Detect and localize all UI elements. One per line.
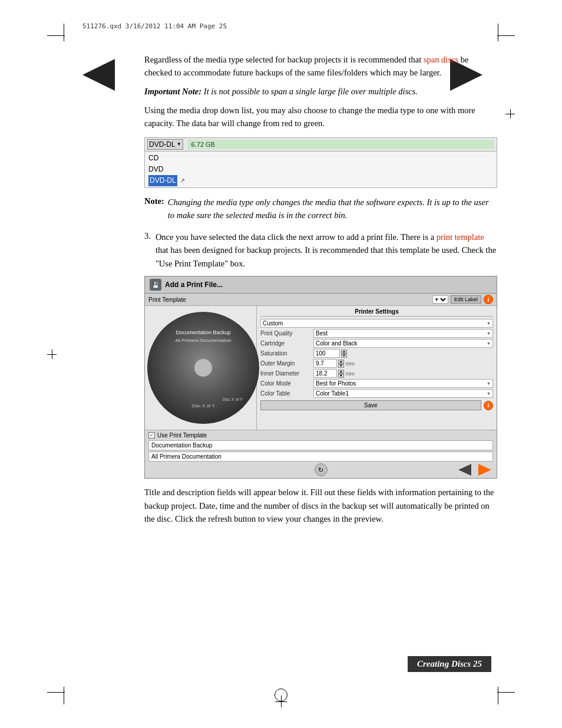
media-bar-label: 6.72 GB — [191, 141, 215, 148]
forward-arrow-small[interactable] — [477, 463, 493, 476]
help-button[interactable]: i — [484, 295, 493, 304]
registration-circle — [275, 689, 287, 701]
toolbar-label: Print Template — [148, 297, 186, 303]
disc-num-small: Disc X of Y — [223, 397, 243, 401]
intro-paragraph: Regardless of the media type selected fo… — [144, 53, 497, 80]
spin-up[interactable]: ▲ — [338, 370, 344, 374]
file-info: 511276.qxd 3/16/2012 11:04 AM Page 25 — [82, 22, 227, 30]
settings-row-outer-margin: Outer Margin 9.7 ▲ ▼ mm — [260, 359, 493, 368]
media-type-label: DVD-DL — [149, 140, 176, 149]
numbered-item-3: 3. Once you have selected the data click… — [144, 230, 497, 270]
quality-value: Best — [316, 330, 328, 337]
spin-up[interactable]: ▲ — [338, 360, 344, 364]
cartridge-label: Cartridge — [260, 340, 313, 347]
use-template-checkbox[interactable]: ✓ — [148, 432, 155, 439]
quality-select[interactable]: Best ▼ — [313, 329, 493, 338]
description-field[interactable]: All Primera Documentation — [148, 452, 493, 462]
media-dropdown-box: DVD-DL ▼ 6.72 GB CD DVD DVD-DL ↗ — [144, 137, 497, 189]
dialog-icon: 💾 — [150, 279, 161, 291]
arrow-right-small-icon — [478, 464, 491, 476]
info-button[interactable]: i — [484, 401, 493, 410]
crop-mark — [497, 35, 515, 36]
media-option-cd[interactable]: CD — [148, 153, 493, 164]
settings-row-color-mode: Color Mode Best for Photos ▼ — [260, 379, 493, 388]
outer-margin-spinner[interactable]: ▲ ▼ — [338, 360, 344, 368]
selected-option: DVD-DL — [148, 175, 177, 186]
color-table-label: Color Table — [260, 390, 313, 397]
spin-down[interactable]: ▼ — [341, 354, 347, 358]
dialog-body: Documentation Backup All Primera Documen… — [145, 306, 497, 430]
saturation-label: Saturation — [260, 350, 313, 357]
inner-diameter-spinner[interactable]: ▲ ▼ — [338, 370, 344, 378]
disc-subtitle-text: All Primera Documentation — [175, 338, 231, 343]
crop-mark — [498, 24, 498, 41]
color-mode-select[interactable]: Best for Photos ▼ — [313, 379, 493, 388]
title-field[interactable]: Documentation Backup — [148, 440, 493, 450]
spin-down[interactable]: ▼ — [338, 364, 344, 368]
settings-row-custom: Custom ▼ — [260, 319, 493, 328]
settings-row-quality: Print Quality Best ▼ — [260, 329, 493, 338]
color-table-value: Color Table1 — [316, 390, 349, 397]
outer-margin-input[interactable]: 9.7 — [313, 359, 337, 368]
refresh-button[interactable]: ↻ — [315, 463, 328, 476]
custom-select[interactable]: Custom ▼ — [260, 319, 493, 328]
cartridge-value: Color and Black — [316, 340, 358, 347]
crop-mark — [47, 692, 65, 693]
previous-page-arrow[interactable] — [82, 59, 124, 91]
media-paragraph: Using the media drop down list, you may … — [144, 104, 497, 130]
use-template-label: Use Print Template — [157, 432, 207, 439]
crop-mark — [497, 692, 515, 693]
dialog-title: Add a Print File... — [165, 281, 223, 289]
media-option-dvddl[interactable]: DVD-DL ↗ — [148, 175, 493, 186]
inner-diameter-unit: mm — [346, 371, 355, 377]
cartridge-select[interactable]: Color and Black ▼ — [313, 339, 493, 348]
dropdown-icon: ▼ — [487, 321, 491, 325]
custom-label: Custom — [263, 320, 283, 327]
crop-mark — [64, 687, 64, 704]
back-arrow-small[interactable] — [457, 463, 473, 476]
outer-margin-label: Outer Margin — [260, 360, 313, 367]
settings-row-cartridge: Cartridge Color and Black ▼ — [260, 339, 493, 348]
dialog-footer: ✓ Use Print Template Documentation Backu… — [145, 430, 497, 478]
save-row: Save i — [260, 400, 493, 410]
quality-label: Print Quality — [260, 330, 313, 337]
media-capacity-bar: 6.72 GB — [188, 140, 494, 149]
printer-settings-title: Printer Settings — [260, 308, 493, 317]
saturation-input[interactable]: 100 — [313, 349, 340, 358]
color-table-select[interactable]: Color Table1 ▼ — [313, 389, 493, 398]
spin-up[interactable]: ▲ — [341, 350, 347, 354]
span-discs-link[interactable]: span discs — [424, 55, 458, 64]
outer-margin-unit: mm — [346, 361, 355, 367]
inner-diameter-label: Inner Diameter — [260, 370, 313, 377]
media-top-row: DVD-DL ▼ 6.72 GB — [145, 138, 497, 151]
note-label: Note: — [144, 196, 164, 206]
note-section: Note: Changing the media type only chang… — [144, 196, 497, 222]
saturation-spinner[interactable]: ▲ ▼ — [341, 350, 347, 358]
crop-mark — [64, 24, 64, 41]
settings-row-inner-diameter: Inner Diameter 18.2 ▲ ▼ mm — [260, 369, 493, 378]
dropdown-arrow-icon: ▼ — [177, 141, 181, 147]
inner-diameter-input[interactable]: 18.2 — [313, 369, 337, 378]
important-note-label: Important Note: — [144, 87, 201, 96]
print-template-link[interactable]: print template — [437, 232, 484, 242]
dialog-left-panel: Documentation Backup All Primera Documen… — [145, 306, 257, 430]
item-number: 3. — [144, 230, 151, 270]
spin-down[interactable]: ▼ — [338, 374, 344, 378]
media-option-dvd[interactable]: DVD — [148, 164, 493, 175]
main-content: Regardless of the media type selected fo… — [144, 53, 497, 532]
edit-label-button[interactable]: Edit Label — [451, 295, 481, 304]
template-select[interactable]: ▾ — [432, 295, 448, 304]
cursor-icon: ↗ — [180, 176, 185, 186]
media-options-list: CD DVD DVD-DL ↗ — [145, 151, 497, 188]
media-type-select[interactable]: DVD-DL ▼ — [147, 139, 183, 150]
save-button[interactable]: Save — [260, 400, 481, 410]
note-text: Changing the media type only changes the… — [168, 196, 497, 222]
use-template-row: ✓ Use Print Template — [148, 432, 493, 439]
important-note: Important Note: It is not possible to sp… — [144, 87, 497, 97]
dialog-header: 💾 Add a Print File... — [145, 276, 497, 294]
disc-x-of-y: Disc X of Y — [191, 403, 214, 409]
crop-mark — [498, 687, 498, 704]
important-note-text: It is not possible to span a single larg… — [204, 87, 418, 96]
dialog-right-panel: Printer Settings Custom ▼ Print Quality … — [257, 306, 497, 430]
settings-row-color-table: Color Table Color Table1 ▼ — [260, 389, 493, 398]
